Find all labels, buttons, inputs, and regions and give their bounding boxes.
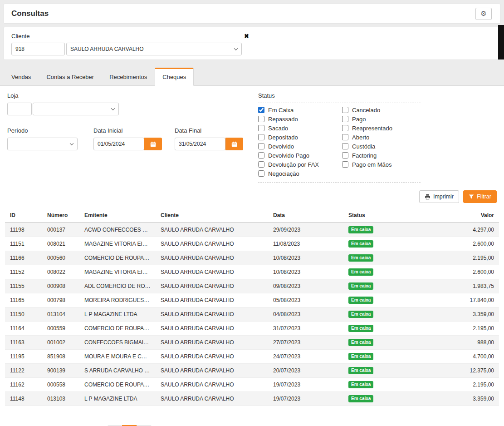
status-option[interactable]: Pago em Mãos <box>342 161 392 168</box>
status-option[interactable]: Devolução por FAX <box>258 161 342 168</box>
status-option[interactable]: Repassado <box>258 116 342 122</box>
tab-bar: Vendas Contas a Receber Recebimentos Che… <box>0 68 504 86</box>
status-checkbox[interactable] <box>342 134 348 140</box>
status-option[interactable]: Sacado <box>258 125 342 131</box>
tab-cheques[interactable]: Cheques <box>155 68 194 86</box>
cell-id: 11166 <box>5 251 42 265</box>
status-checkbox[interactable] <box>258 107 264 113</box>
column-header-status: Status <box>343 208 416 223</box>
status-option[interactable]: Em Caixa <box>258 107 342 113</box>
status-option[interactable]: Cancelado <box>342 107 392 113</box>
data-final-input[interactable] <box>175 138 225 150</box>
tab-contas-a-receber[interactable]: Contas a Receber <box>39 68 102 86</box>
loja-select[interactable] <box>33 103 119 115</box>
tab-vendas[interactable]: Vendas <box>4 68 39 86</box>
periodo-select[interactable] <box>7 138 78 150</box>
table-row[interactable]: 11151 008021 MAGAZINE VITORIA EIRELI ME … <box>5 237 499 251</box>
status-option-label: Pago em Mãos <box>352 161 391 168</box>
cell-data: 10/08/2023 <box>268 251 343 265</box>
dark-edge <box>498 25 504 59</box>
status-checkbox[interactable] <box>258 116 264 122</box>
status-checkbox[interactable] <box>342 107 348 113</box>
status-option-label: Repassado <box>268 116 298 123</box>
table-row[interactable]: 11122 900139 S ARRUDA CARVALHO ME SAULO … <box>5 364 499 378</box>
cell-emitente: L P MAGAZINE LTDA <box>79 392 156 406</box>
table-row[interactable]: 11166 000560 COMERCIO DE ROUPAS NOV… SAU… <box>5 251 499 265</box>
cell-data: 10/08/2023 <box>268 265 343 279</box>
data-final-label: Data Final <box>175 127 243 134</box>
cell-cliente: SAULO ARRUDA CARVALHO <box>156 237 268 251</box>
status-badge: Em caixa <box>348 353 373 360</box>
cell-cliente: SAULO ARRUDA CARVALHO <box>156 378 268 392</box>
status-option[interactable]: Custódia <box>342 143 392 149</box>
status-checkbox[interactable] <box>258 170 264 177</box>
status-option[interactable]: Devolvido Pago <box>258 152 342 159</box>
cell-emitente: S ARRUDA CARVALHO ME <box>79 364 156 378</box>
status-checkbox[interactable] <box>258 161 264 168</box>
page-title: Consultas <box>11 9 49 18</box>
table-row[interactable]: 11164 000559 COMERCIO DE ROUPAS NOV… SAU… <box>5 322 499 336</box>
table-row[interactable]: 11150 013104 L P MAGAZINE LTDA SAULO ARR… <box>5 307 499 322</box>
settings-button[interactable]: ⚙ <box>475 8 492 20</box>
status-badge: Em caixa <box>348 226 373 233</box>
cliente-code-input[interactable] <box>11 43 65 55</box>
status-option[interactable]: Pago <box>342 116 392 122</box>
status-checkbox[interactable] <box>258 143 264 149</box>
table-row[interactable]: 11198 000137 ACWD CONFECCOES COMER… SAUL… <box>5 223 499 237</box>
table-row[interactable]: 11165 000798 MOREIRA RODRIGUES COME… SAU… <box>5 293 499 307</box>
status-badge: Em caixa <box>348 254 373 262</box>
status-badge: Em caixa <box>348 282 373 290</box>
status-checkbox[interactable] <box>342 161 348 168</box>
status-checkbox[interactable] <box>342 116 348 122</box>
status-option[interactable]: Aberto <box>342 134 392 140</box>
filters-section: Loja Período <box>0 87 504 183</box>
data-inicial-calendar-button[interactable] <box>144 138 162 150</box>
table-row[interactable]: 11152 008022 MAGAZINE VITORIA EIRELI ME … <box>5 265 499 279</box>
status-checkbox[interactable] <box>342 152 348 159</box>
status-badge: Em caixa <box>348 268 373 276</box>
cell-numero: 900139 <box>42 364 79 378</box>
clear-cliente-button[interactable]: ✖ <box>244 33 249 39</box>
status-checkbox[interactable] <box>342 143 348 149</box>
status-option[interactable]: Devolvido <box>258 143 342 149</box>
status-option-label: Depositado <box>268 134 298 141</box>
status-checkbox[interactable] <box>342 125 348 131</box>
tab-recebimentos[interactable]: Recebimentos <box>102 68 155 86</box>
table-row[interactable]: 11148 013103 L P MAGAZINE LTDA SAULO ARR… <box>5 392 499 406</box>
cell-emitente: COMERCIO DE ROUPAS NOV… <box>79 378 156 392</box>
status-option[interactable]: Negociação <box>258 170 342 177</box>
status-checkbox[interactable] <box>258 125 264 131</box>
table-header-row: ID Número Emitente Cliente Data Status V… <box>5 208 499 223</box>
status-option[interactable]: Reapresentado <box>342 125 392 131</box>
loja-code-input[interactable] <box>7 103 32 115</box>
status-checkbox[interactable] <box>258 134 264 140</box>
status-badge: Em caixa <box>348 297 373 304</box>
cell-emitente: COMERCIO DE ROUPAS NOV… <box>79 322 156 336</box>
table-row[interactable]: 11155 000908 ADL COMERCIO DE ROUPAS … SA… <box>5 279 499 293</box>
cell-status: Em caixa <box>343 251 416 265</box>
cliente-select[interactable]: SAULO ARRUDA CARVALHO <box>66 43 242 55</box>
calendar-icon <box>150 141 156 147</box>
status-option[interactable]: Depositado <box>258 134 342 140</box>
status-checkbox[interactable] <box>258 152 264 159</box>
status-option[interactable]: Factoring <box>342 152 392 159</box>
status-option-label: Factoring <box>352 152 377 159</box>
data-inicial-input[interactable] <box>93 138 144 150</box>
data-final-calendar-button[interactable] <box>225 138 243 150</box>
cell-emitente: COMERCIO DE ROUPAS NOV… <box>79 251 156 265</box>
table-row[interactable]: 11162 000558 COMERCIO DE ROUPAS NOV… SAU… <box>5 378 499 392</box>
cliente-label: Cliente <box>11 33 29 40</box>
filtrar-label: Filtrar <box>477 193 491 200</box>
table-row[interactable]: 11163 001002 CONFECCOES BIGMAIS COM… SAU… <box>5 336 499 350</box>
table-row[interactable]: 11195 851908 MOURA E MOURA E COM VAR… SA… <box>5 350 499 364</box>
printer-icon <box>425 194 431 200</box>
status-option-label: Devolvido <box>268 143 294 150</box>
imprimir-button[interactable]: Imprimir <box>419 190 459 203</box>
cell-numero: 851908 <box>42 350 79 364</box>
cell-id: 11162 <box>5 378 42 392</box>
cell-valor: 1.983,75 <box>416 279 499 293</box>
status-option-label: Reapresentado <box>352 125 392 132</box>
filtrar-button[interactable]: Filtrar <box>463 190 497 203</box>
cell-cliente: SAULO ARRUDA CARVALHO <box>156 223 268 237</box>
cell-id: 11165 <box>5 293 42 307</box>
